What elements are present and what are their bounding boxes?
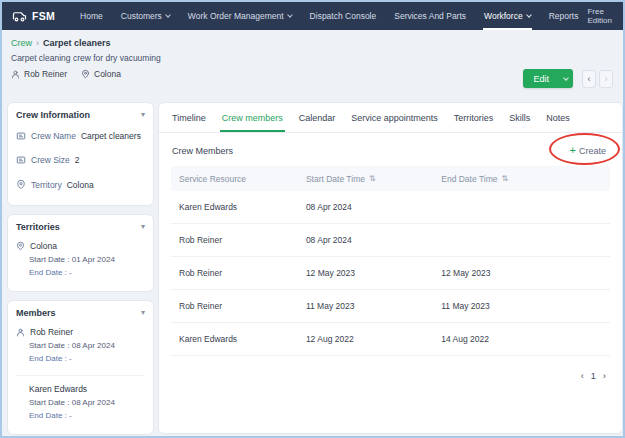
crew-owner: Rob Reiner [11, 69, 67, 79]
nav-workforce[interactable]: Workforce [475, 2, 540, 30]
nav-reports[interactable]: Reports [540, 2, 588, 30]
brand-name: FSM [32, 10, 55, 22]
member-start-date: Start Date : 08 Apr 2024 [29, 398, 145, 407]
collapse-panel-icon[interactable]: ▾ [141, 223, 145, 231]
user-icon [16, 328, 25, 337]
nav-customers[interactable]: Customers [112, 2, 179, 30]
table-header-row: Service Resource Start Date Time ⇅ End D… [171, 166, 610, 191]
owner-name: Rob Reiner [24, 69, 67, 79]
crew-members-section-header: Crew Members + Create [159, 133, 622, 166]
collapse-panel-icon[interactable]: ▾ [141, 309, 145, 317]
app-window: FSM Home Customers Work Order Management… [0, 0, 625, 438]
chevron-down-icon [165, 12, 171, 18]
tab-service-appointments[interactable]: Service appointments [343, 103, 446, 132]
panel-title: Members [16, 308, 56, 318]
topnav-right: Free Edition · Upgrade + [587, 2, 625, 30]
breadcrumb-crew-link[interactable]: Crew [11, 38, 32, 48]
breadcrumb-separator-icon: › [36, 38, 39, 48]
previous-record-button[interactable]: ‹ [582, 70, 596, 88]
tab-territories[interactable]: Territories [446, 103, 502, 132]
territory-name: Colona [94, 69, 121, 79]
header-controls: Edit ‹ › [523, 69, 613, 88]
column-start-date-time: Start Date Time ⇅ [306, 174, 441, 184]
tab-notes[interactable]: Notes [538, 103, 578, 132]
table-pagination: ‹ 1 › [159, 356, 622, 381]
nav-work-order-management[interactable]: Work Order Management [179, 2, 301, 30]
tab-crew-members[interactable]: Crew members [214, 103, 291, 132]
territory-list-item: Colona Start Date : 01 Apr 2024 End Date… [16, 236, 145, 283]
column-end-date-time: End Date Time ⇅ [441, 174, 602, 184]
column-service-resource: Service Resource [179, 174, 306, 184]
breadcrumb: Crew › Carpet cleaners [11, 38, 613, 48]
edit-button[interactable]: Edit [523, 69, 559, 88]
chevron-down-icon [563, 75, 569, 81]
sort-icon[interactable]: ⇅ [369, 174, 376, 183]
member-list-item: Rob Reiner Start Date : 08 Apr 2024 End … [16, 322, 145, 369]
panel-title: Crew Information [16, 110, 90, 120]
member-end-date: End Date : - [29, 411, 145, 424]
panel-title: Territories [16, 222, 60, 232]
section-title: Crew Members [172, 146, 233, 156]
page-next-icon[interactable]: › [603, 370, 606, 381]
create-button[interactable]: + Create [570, 145, 606, 156]
crew-information-panel: Crew Information ▾ Crew Name Carpet clea… [7, 102, 154, 206]
crew-territory: Colona [81, 69, 121, 79]
table-row[interactable]: Rob Reiner 12 May 2023 12 May 2023 [171, 257, 610, 290]
next-record-button[interactable]: › [599, 70, 613, 88]
nav-dispatch-console[interactable]: Dispatch Console [301, 2, 386, 30]
nav-services-and-parts[interactable]: Services And Parts [385, 2, 475, 30]
sort-icon[interactable]: ⇅ [501, 174, 508, 183]
crew-description: Carpet cleaning crew for dry vacuuming [11, 53, 613, 63]
table-row[interactable]: Karen Edwards 12 Aug 2022 14 Aug 2022 [171, 323, 610, 356]
map-pin-icon [16, 241, 25, 251]
fsm-logo[interactable]: FSM [12, 2, 55, 30]
page-title: Carpet cleaners [43, 38, 111, 48]
top-navigation: FSM Home Customers Work Order Management… [2, 2, 623, 30]
territory-start-date: Start Date : 01 Apr 2024 [29, 255, 145, 264]
table-row[interactable]: Karen Edwards 08 Apr 2024 [171, 191, 610, 224]
detail-tabs: Timeline Crew members Calendar Service a… [159, 103, 622, 133]
edit-dropdown-button[interactable] [559, 69, 573, 88]
record-header: Crew › Carpet cleaners Carpet cleaning c… [2, 30, 623, 98]
current-page-number: 1 [591, 371, 596, 381]
collapse-panel-icon[interactable]: ▾ [141, 111, 145, 119]
edit-split-button: Edit [523, 69, 573, 88]
crew-size-field: Crew Size 2 [16, 148, 145, 172]
tab-skills[interactable]: Skills [501, 103, 538, 132]
territories-panel: Territories ▾ Colona Start Date : 01 Apr… [7, 214, 154, 292]
map-pin-icon [81, 69, 90, 79]
user-icon [11, 70, 20, 79]
territory-end-date: End Date : - [29, 268, 145, 281]
tab-timeline[interactable]: Timeline [164, 103, 214, 132]
territory-field: Territory Colona [16, 172, 145, 197]
field-card-icon [16, 131, 26, 141]
plus-icon: + [570, 145, 576, 156]
chevron-down-icon [287, 12, 293, 18]
field-card-icon [16, 155, 26, 165]
member-start-date: Start Date : 08 Apr 2024 [29, 341, 145, 350]
crew-name-field: Crew Name Carpet cleaners [16, 124, 145, 148]
main-content: Timeline Crew members Calendar Service a… [158, 102, 623, 434]
table-row[interactable]: Rob Reiner 08 Apr 2024 [171, 224, 610, 257]
member-end-date: End Date : - [29, 354, 145, 367]
member-list-item: Karen Edwards Start Date : 08 Apr 2024 E… [16, 375, 145, 426]
chevron-down-icon [526, 12, 532, 18]
page-previous-icon[interactable]: ‹ [581, 370, 584, 381]
crew-members-table: Service Resource Start Date Time ⇅ End D… [171, 166, 610, 356]
fsm-logo-icon [12, 10, 27, 23]
main-menu: Home Customers Work Order Management Dis… [71, 2, 587, 30]
left-sidebar: Crew Information ▾ Crew Name Carpet clea… [7, 102, 154, 438]
table-row[interactable]: Rob Reiner 11 May 2023 11 May 2023 [171, 290, 610, 323]
edition-label: Free Edition [587, 7, 619, 25]
record-navigation: ‹ › [582, 70, 613, 88]
nav-home[interactable]: Home [71, 2, 112, 30]
tab-calendar[interactable]: Calendar [291, 103, 344, 132]
map-pin-icon [16, 179, 26, 190]
members-panel: Members ▾ Rob Reiner Start Date : 08 Apr… [7, 300, 154, 435]
